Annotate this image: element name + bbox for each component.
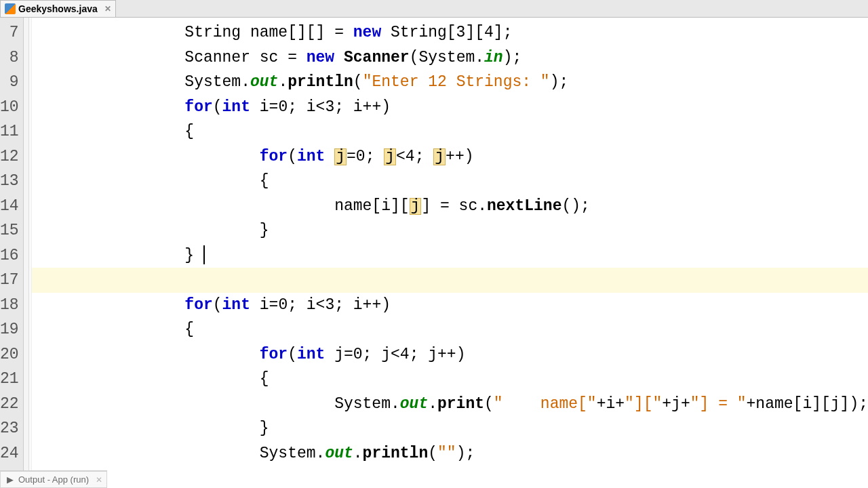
line-number: 19 bbox=[0, 317, 23, 342]
line-number: 23 bbox=[0, 416, 23, 441]
code-line[interactable]: { bbox=[32, 317, 868, 342]
line-number: 8 bbox=[0, 45, 23, 70]
java-file-icon bbox=[5, 3, 16, 14]
code-line[interactable]: Scanner sc = new Scanner(System.in); bbox=[32, 45, 868, 70]
line-number: 16 bbox=[0, 243, 23, 268]
line-number: 7 bbox=[0, 20, 23, 45]
line-number: 15 bbox=[0, 218, 23, 243]
code-line[interactable]: String name[][] = new String[3][4]; bbox=[32, 20, 868, 45]
code-line[interactable]: System.out.println("Enter 12 Strings: ")… bbox=[32, 70, 868, 95]
code-line[interactable]: for(int j=0; j<4; j++) bbox=[32, 342, 868, 367]
line-number: 14 bbox=[0, 194, 23, 219]
file-tab[interactable]: Geekyshows.java ✕ bbox=[0, 0, 116, 17]
close-icon[interactable]: ✕ bbox=[100, 4, 111, 14]
line-number: 12 bbox=[0, 144, 23, 169]
code-line[interactable]: } bbox=[32, 218, 868, 243]
line-number: 13 bbox=[0, 169, 23, 194]
code-line[interactable]: System.out.println(""); bbox=[32, 441, 868, 466]
editor-tab-bar: Geekyshows.java ✕ bbox=[0, 0, 868, 18]
close-icon[interactable]: ✕ bbox=[92, 475, 102, 485]
line-number: 10 bbox=[0, 95, 23, 120]
line-number: 11 bbox=[0, 119, 23, 144]
code-content[interactable]: String name[][] = new String[3][4]; Scan… bbox=[32, 18, 868, 470]
line-number-gutter: 789101112131415161718192021222324 bbox=[0, 18, 24, 470]
text-cursor bbox=[203, 245, 205, 264]
code-line[interactable]: { bbox=[32, 367, 868, 392]
output-icon: ▶ bbox=[5, 474, 16, 485]
line-number: 21 bbox=[0, 367, 23, 392]
line-number: 22 bbox=[0, 392, 23, 417]
line-number: 24 bbox=[0, 441, 23, 466]
code-line[interactable] bbox=[32, 268, 868, 293]
code-line[interactable]: } bbox=[32, 416, 868, 441]
code-line[interactable]: for(int j=0; j<4; j++) bbox=[32, 144, 868, 169]
code-editor[interactable]: 789101112131415161718192021222324 String… bbox=[0, 18, 868, 470]
line-number: 9 bbox=[0, 70, 23, 95]
output-tab-label: Output - App (run) bbox=[18, 474, 89, 485]
line-number: 18 bbox=[0, 293, 23, 318]
bottom-panel-tabs: ▶ Output - App (run) ✕ bbox=[0, 470, 107, 488]
code-line[interactable]: for(int i=0; i<3; i++) bbox=[32, 95, 868, 120]
fold-strip bbox=[24, 18, 30, 470]
code-line[interactable]: } bbox=[32, 243, 868, 268]
code-line[interactable]: System.out.print(" name["+i+"]["+j+"] = … bbox=[32, 392, 868, 417]
output-tab[interactable]: ▶ Output - App (run) ✕ bbox=[0, 471, 107, 488]
file-tab-label: Geekyshows.java bbox=[18, 3, 98, 14]
code-line[interactable]: name[i][j] = sc.nextLine(); bbox=[32, 194, 868, 219]
line-number: 17 bbox=[0, 268, 23, 293]
code-line[interactable]: for(int i=0; i<3; i++) bbox=[32, 293, 868, 318]
code-line[interactable]: { bbox=[32, 169, 868, 194]
line-number: 20 bbox=[0, 342, 23, 367]
code-line[interactable]: { bbox=[32, 119, 868, 144]
